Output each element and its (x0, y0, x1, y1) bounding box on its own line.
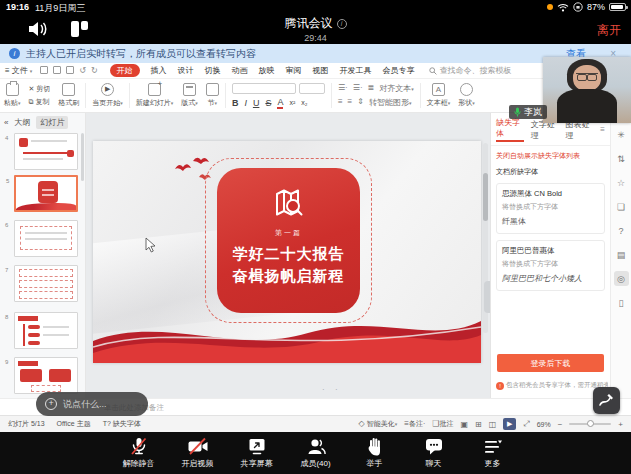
tab-slides[interactable]: 幻灯片 (36, 116, 68, 129)
zoom-slider[interactable] (569, 423, 611, 425)
fit-slide-icon[interactable]: ⤢ (523, 419, 529, 429)
thumbnail-scrollbar[interactable] (81, 133, 84, 181)
adjust-settings-icon[interactable]: ⇅ (614, 151, 629, 166)
meeting-info-icon[interactable]: i (337, 19, 347, 29)
font-color-button[interactable]: A (277, 97, 283, 109)
command-search[interactable]: 查找命令、搜索模板 (429, 65, 512, 76)
section-button[interactable]: 节▾ (202, 79, 223, 112)
zoom-in-button[interactable]: + (618, 420, 623, 429)
font-name-select[interactable] (232, 83, 296, 94)
layers-icon[interactable]: ❏ (614, 199, 629, 214)
slide-thumb-4[interactable]: 4 (14, 133, 78, 170)
zoom-slider-knob[interactable] (587, 420, 594, 427)
collapse-panel-icon[interactable]: « (4, 118, 8, 127)
undo-icon[interactable]: ↺ (79, 66, 86, 75)
start-video-button[interactable]: 开启视频 (175, 437, 221, 469)
text-box-button[interactable]: A 文本框▾ (423, 79, 455, 112)
italic-button[interactable]: I (244, 98, 247, 108)
participant-video[interactable]: 李岚 (543, 57, 631, 123)
font-tool-icon[interactable]: ◎ (614, 271, 629, 286)
slideshow-play-button[interactable]: ▶ (503, 418, 516, 430)
output-icon[interactable] (53, 66, 61, 74)
members-button[interactable]: 成员(40) (293, 437, 339, 469)
help-icon[interactable]: ? (614, 223, 629, 238)
tab-missing-fonts[interactable]: 缺失字体 (496, 117, 524, 142)
number-list-icon[interactable]: ☰· (353, 83, 363, 94)
paste-button[interactable]: 粘贴▾ (0, 79, 25, 112)
chat-button[interactable]: 聊天 (411, 437, 457, 469)
redo-icon[interactable]: ↻ (91, 66, 98, 75)
docer-templates-icon[interactable]: ✳ (614, 127, 629, 142)
zoom-out-button[interactable]: − (558, 420, 563, 429)
slide-sorter-icon[interactable]: ⊞ (475, 420, 482, 429)
format-painter-button[interactable]: 格式刷 (54, 79, 83, 112)
bullet-list-icon[interactable]: ☰· (338, 83, 348, 94)
indent-icon[interactable]: ≣ (368, 83, 375, 94)
play-from-current-button[interactable]: 当页开始▾ (88, 79, 127, 112)
raise-hand-button[interactable]: 举手 (352, 437, 398, 469)
tab-member[interactable]: 会员专享 (383, 65, 415, 76)
image-library-icon[interactable]: ▤ (614, 247, 629, 262)
font-size-select[interactable] (299, 83, 325, 94)
unmute-button[interactable]: 解除静音 (116, 437, 162, 469)
share-screen-button[interactable]: 共享屏幕 (234, 437, 280, 469)
tab-review[interactable]: 审阅 (286, 65, 302, 76)
prev-next-slide-dots[interactable]: · · (322, 385, 342, 394)
slide-canvas[interactable]: 第一篇 学好二十大报告 奋楫扬帆启新程 (86, 113, 490, 398)
leave-meeting-button[interactable]: 离开 (597, 22, 621, 39)
superscript-button[interactable]: x² (289, 99, 295, 106)
emoji-icon[interactable] (45, 398, 57, 410)
layout-button[interactable]: 版式▾ (177, 79, 202, 112)
line-spacing-icon[interactable]: ⇕ (357, 97, 364, 108)
more-button[interactable]: 更多 (470, 437, 516, 469)
tab-animation[interactable]: 动画 (232, 65, 248, 76)
tab-home[interactable]: 开始 (110, 64, 140, 77)
smart-beautify-button[interactable]: ◇ 智能美化▾ (359, 419, 398, 429)
favorites-icon[interactable]: ☆ (614, 175, 629, 190)
notes-toggle-button[interactable]: ≡备注· (404, 419, 425, 429)
font-card[interactable]: 思源黑体 CN Bold 将替换成下方字体 纤黑体 (496, 183, 605, 234)
normal-view-icon[interactable]: ▣ (460, 420, 468, 429)
align-center-icon[interactable]: ≡ (348, 97, 353, 108)
slide-thumb-8[interactable]: 8 (14, 312, 78, 349)
cut-button[interactable]: ✕ 剪切 (29, 84, 51, 94)
tab-view[interactable]: 视图 (313, 65, 329, 76)
new-slide-button[interactable]: 新建幻灯片▾ (132, 79, 178, 112)
align-text-button[interactable]: 对齐文本▾ (379, 83, 414, 94)
bold-button[interactable]: B (232, 98, 239, 108)
chapter-card[interactable]: 第一篇 学好二十大报告 奋楫扬帆启新程 (217, 168, 360, 313)
file-menu[interactable]: ≡ 文件 ▾ (5, 65, 32, 76)
annotation-pen-button[interactable] (593, 387, 620, 414)
align-left-icon[interactable]: ≡ (338, 97, 343, 108)
copy-button[interactable]: ⧉ 复制 (29, 97, 51, 107)
reader-icon[interactable]: ▯ (614, 295, 629, 310)
subscript-button[interactable]: x₂ (301, 99, 307, 106)
tab-devtools[interactable]: 开发工具 (340, 65, 372, 76)
strikethrough-button[interactable]: S (265, 98, 271, 108)
tab-outline[interactable]: 大纲 (14, 117, 30, 128)
chapter-label: 第一篇 (217, 228, 360, 238)
print-icon[interactable] (66, 66, 74, 74)
font-card[interactable]: 阿里巴巴普惠体 将替换成下方字体 阿里巴巴和七个小矮人 (496, 240, 605, 291)
slide-thumb-7[interactable]: 7 (14, 265, 78, 302)
save-icon[interactable] (40, 66, 48, 74)
underline-button[interactable]: U (253, 98, 260, 108)
panel-menu-icon[interactable]: ≡ (600, 125, 605, 134)
tab-slideshow[interactable]: 放映 (259, 65, 275, 76)
close-auto-show-link[interactable]: 关闭自动展示缺失字体列表 (491, 146, 610, 163)
missing-font-status[interactable]: T? 缺失字体 (103, 419, 141, 429)
tab-design[interactable]: 设计 (178, 65, 194, 76)
shape-button[interactable]: 形状▾ (454, 79, 479, 112)
quick-chat-bubble[interactable]: 说点什么... (36, 392, 148, 416)
tab-insert[interactable]: 插入 (151, 65, 167, 76)
slide-thumb-5-selected[interactable]: 5 (14, 175, 78, 212)
comments-toggle-button[interactable]: ❑批注 (432, 419, 453, 429)
slide-thumb-6[interactable]: 6 (14, 220, 78, 257)
slide-thumb-9[interactable]: 9 (14, 357, 78, 394)
login-download-button[interactable]: 登录后下载 (497, 354, 604, 372)
canvas-scrollbar-thumb[interactable] (483, 173, 488, 221)
tab-transition[interactable]: 切换 (205, 65, 221, 76)
current-slide[interactable]: 第一篇 学好二十大报告 奋楫扬帆启新程 (93, 141, 481, 363)
to-smart-graphic-button[interactable]: 转智能图形▾ (369, 97, 412, 108)
reading-view-icon[interactable]: ◫ (489, 420, 497, 429)
